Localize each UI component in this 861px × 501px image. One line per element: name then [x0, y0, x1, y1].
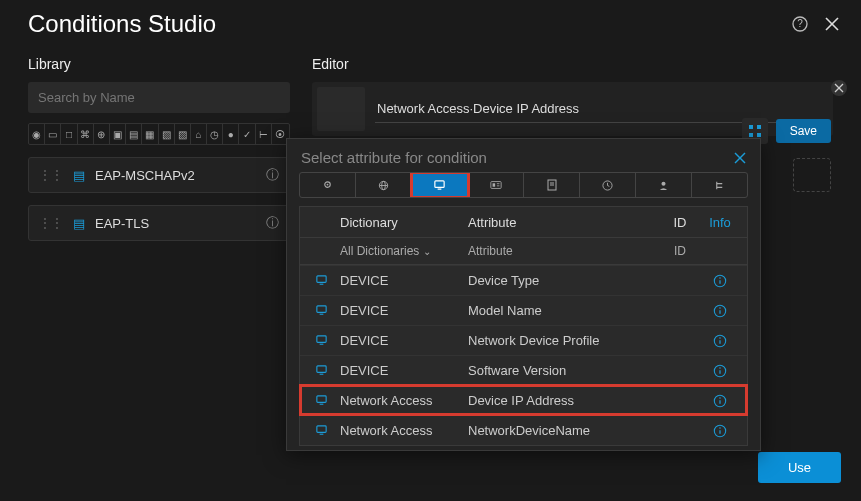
save-button[interactable]: Save: [776, 119, 831, 143]
popover-close-icon[interactable]: [734, 152, 746, 164]
tab-page-icon[interactable]: [524, 173, 580, 197]
cell-dictionary: Network Access: [340, 393, 460, 408]
cat-tree-icon[interactable]: ⊢: [256, 124, 272, 144]
table-row[interactable]: DEVICENetwork Device Profile: [300, 325, 747, 355]
cell-dictionary: Network Access: [340, 423, 460, 438]
cat-box-icon[interactable]: □: [61, 124, 77, 144]
document-icon: ▤: [73, 216, 85, 231]
svg-rect-19: [490, 182, 500, 189]
cat-page-icon[interactable]: ▧: [159, 124, 175, 144]
filter-id[interactable]: ID: [665, 244, 695, 258]
table-row[interactable]: DEVICEModel Name: [300, 295, 747, 325]
col-info: Info: [703, 215, 737, 230]
list-item-label: EAP-TLS: [95, 216, 256, 231]
table-row[interactable]: DEVICEDevice Type: [300, 265, 747, 295]
cell-attribute: Model Name: [468, 303, 657, 318]
info-icon[interactable]: [703, 394, 737, 408]
col-id: ID: [665, 215, 695, 230]
filter-dictionary[interactable]: All Dictionaries⌄: [340, 244, 460, 258]
info-icon[interactable]: [703, 334, 737, 348]
cat-card-icon[interactable]: ▭: [45, 124, 61, 144]
tab-user-icon[interactable]: [636, 173, 692, 197]
cat-check-icon[interactable]: ✓: [239, 124, 255, 144]
svg-point-29: [661, 181, 665, 185]
condition-dropzone[interactable]: [793, 158, 831, 192]
monitor-icon: [310, 304, 332, 317]
table-row[interactable]: DEVICESoftware Version: [300, 355, 747, 385]
svg-rect-53: [316, 396, 325, 403]
help-icon[interactable]: ?: [791, 15, 809, 33]
cat-group-icon[interactable]: ⌘: [78, 124, 94, 144]
category-toolbar: ◉ ▭ □ ⌘ ⊕ ▣ ▤ ▦ ▧ ▨ ⌂ ◷ ● ✓ ⊢ ⦿: [28, 123, 290, 145]
svg-rect-17: [435, 180, 444, 187]
cell-attribute: Software Version: [468, 363, 657, 378]
tab-location-icon[interactable]: [300, 173, 356, 197]
list-item[interactable]: ⋮⋮ ▤ EAP-TLS ⓘ: [28, 205, 290, 241]
monitor-icon: [310, 334, 332, 347]
tab-clock-icon[interactable]: [580, 173, 636, 197]
svg-line-28: [608, 185, 610, 186]
cat-monitor-icon[interactable]: ▣: [110, 124, 126, 144]
col-dictionary: Dictionary: [340, 215, 460, 230]
cell-dictionary: DEVICE: [340, 273, 460, 288]
attribute-table: Dictionary Attribute ID Info All Diction…: [299, 206, 748, 446]
cell-dictionary: DEVICE: [340, 303, 460, 318]
monitor-icon: [310, 424, 332, 437]
col-attribute: Attribute: [468, 215, 657, 230]
info-icon[interactable]: [703, 304, 737, 318]
info-icon[interactable]: [703, 274, 737, 288]
tab-device-icon[interactable]: [412, 173, 468, 197]
search-input[interactable]: [28, 82, 290, 113]
info-icon[interactable]: ⓘ: [266, 214, 279, 232]
editor-title: Editor: [312, 56, 833, 72]
condition-type-slot[interactable]: [317, 87, 365, 131]
svg-rect-43: [316, 336, 325, 343]
svg-point-62: [719, 427, 721, 429]
svg-rect-33: [316, 276, 325, 283]
cell-dictionary: DEVICE: [340, 363, 460, 378]
svg-rect-8: [749, 133, 753, 137]
cat-device-icon[interactable]: ▤: [126, 124, 142, 144]
svg-rect-20: [492, 183, 495, 186]
clear-condition-icon[interactable]: [831, 80, 847, 96]
info-icon[interactable]: [703, 424, 737, 438]
attribute-selector-popover: Select attribute for condition: [286, 138, 761, 451]
table-row[interactable]: Network AccessDevice IP Address: [300, 385, 747, 415]
svg-point-52: [719, 367, 721, 369]
monitor-icon: [310, 394, 332, 407]
cat-pin-icon[interactable]: ◉: [29, 124, 45, 144]
svg-rect-9: [757, 133, 761, 137]
cat-building-icon[interactable]: ⌂: [191, 124, 207, 144]
monitor-icon: [310, 364, 332, 377]
table-row[interactable]: Network AccessNetworkDeviceName: [300, 415, 747, 445]
svg-point-42: [719, 307, 721, 309]
condition-attribute-path[interactable]: Network Access·Device IP Address: [375, 95, 793, 123]
drag-handle-icon[interactable]: ⋮⋮: [39, 216, 63, 230]
document-icon: ▤: [73, 168, 85, 183]
svg-point-47: [719, 337, 721, 339]
close-icon[interactable]: [823, 15, 841, 33]
cell-attribute: NetworkDeviceName: [468, 423, 657, 438]
cat-id-icon[interactable]: ▦: [142, 124, 158, 144]
cat-user-icon[interactable]: ●: [223, 124, 239, 144]
tab-globe-icon[interactable]: [356, 173, 412, 197]
list-item[interactable]: ⋮⋮ ▤ EAP-MSCHAPv2 ⓘ: [28, 157, 290, 193]
svg-rect-58: [316, 426, 325, 433]
cat-globe-icon[interactable]: ⊕: [94, 124, 110, 144]
cat-clock-icon[interactable]: ◷: [207, 124, 223, 144]
svg-text:?: ?: [797, 18, 803, 29]
info-icon[interactable]: [703, 364, 737, 378]
tab-tree-icon[interactable]: [692, 173, 747, 197]
page-title: Conditions Studio: [28, 10, 216, 38]
tab-id-icon[interactable]: [468, 173, 524, 197]
cat-layers-icon[interactable]: ▨: [175, 124, 191, 144]
use-button[interactable]: Use: [758, 452, 841, 483]
info-icon[interactable]: ⓘ: [266, 166, 279, 184]
svg-point-57: [719, 397, 721, 399]
filter-attribute[interactable]: Attribute: [468, 244, 657, 258]
svg-rect-38: [316, 306, 325, 313]
svg-rect-48: [316, 366, 325, 373]
svg-point-13: [327, 183, 329, 185]
chevron-down-icon: ⌄: [423, 246, 431, 257]
drag-handle-icon[interactable]: ⋮⋮: [39, 168, 63, 182]
